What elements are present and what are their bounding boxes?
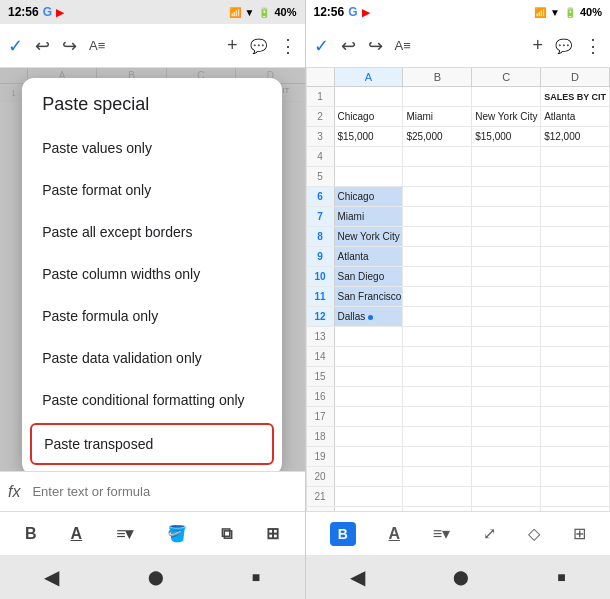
table-cell[interactable] <box>403 87 472 106</box>
table-cell[interactable] <box>403 407 472 426</box>
table-cell[interactable] <box>472 407 541 426</box>
underline-a-icon[interactable]: A <box>71 525 83 543</box>
formula-input[interactable] <box>32 484 296 499</box>
table-cell[interactable] <box>335 367 404 386</box>
table-cell[interactable] <box>472 367 541 386</box>
table-cell[interactable] <box>335 327 404 346</box>
paint-bucket-icon[interactable]: 🪣 <box>167 524 187 543</box>
paste-item-1[interactable]: Paste format only <box>22 169 282 211</box>
table-cell[interactable] <box>335 347 404 366</box>
table-cell[interactable] <box>472 187 541 206</box>
paste-item-7[interactable]: Paste transposed <box>30 423 274 465</box>
right-comment-icon[interactable]: 💬 <box>555 38 572 54</box>
paste-item-3[interactable]: Paste column widths only <box>22 253 282 295</box>
table-cell[interactable] <box>541 247 610 266</box>
undo-icon[interactable]: ↩ <box>35 35 50 57</box>
format-icon[interactable]: A≡ <box>89 38 105 53</box>
paste-item-5[interactable]: Paste data validation only <box>22 337 282 379</box>
table-cell[interactable] <box>541 187 610 206</box>
table-cell[interactable]: New York City <box>472 107 541 126</box>
table-cell[interactable] <box>541 227 610 246</box>
table-cell[interactable] <box>335 447 404 466</box>
table-cell[interactable] <box>335 387 404 406</box>
table-cell[interactable]: $25,000 <box>403 127 472 146</box>
redo-icon[interactable]: ↪ <box>62 35 77 57</box>
right-bold-button[interactable]: B <box>330 522 356 546</box>
right-redo-icon[interactable]: ↪ <box>368 35 383 57</box>
table-cell[interactable]: Miami <box>335 207 404 226</box>
table-cell[interactable] <box>403 327 472 346</box>
table-cell[interactable] <box>472 307 541 326</box>
table-cell[interactable]: Chicago <box>335 107 404 126</box>
table-cell[interactable] <box>403 147 472 166</box>
table-cell[interactable]: San Diego <box>335 267 404 286</box>
right-expand-icon[interactable]: ⤢ <box>483 524 496 543</box>
table-cell[interactable] <box>403 427 472 446</box>
right-check-icon[interactable]: ✓ <box>314 35 329 57</box>
table-cell[interactable] <box>472 287 541 306</box>
add-icon[interactable]: + <box>227 35 238 56</box>
table-cell[interactable] <box>472 447 541 466</box>
right-back-icon[interactable]: ◀ <box>350 565 365 589</box>
table-cell[interactable] <box>472 347 541 366</box>
table-cell[interactable] <box>541 167 610 186</box>
right-more-icon[interactable]: ⋮ <box>584 35 602 57</box>
table-cell[interactable]: SALES BY CIT <box>541 87 610 106</box>
table-cell[interactable] <box>403 447 472 466</box>
table-cell[interactable] <box>541 487 610 506</box>
table-cell[interactable] <box>541 387 610 406</box>
paste-item-4[interactable]: Paste formula only <box>22 295 282 337</box>
table-cell[interactable] <box>541 407 610 426</box>
table-cell[interactable] <box>472 167 541 186</box>
table-cell[interactable]: Dallas <box>335 307 404 326</box>
table-cell[interactable] <box>472 207 541 226</box>
table-cell[interactable] <box>403 207 472 226</box>
table-cell[interactable] <box>541 327 610 346</box>
table-cell[interactable]: $12,000 <box>541 127 610 146</box>
table-cell[interactable] <box>335 487 404 506</box>
table-cell[interactable]: Atlanta <box>335 247 404 266</box>
paste-item-6[interactable]: Paste conditional formatting only <box>22 379 282 421</box>
right-recents-icon[interactable]: ■ <box>557 569 565 585</box>
table-cell[interactable] <box>403 167 472 186</box>
right-align-icon[interactable]: ≡▾ <box>433 524 450 543</box>
table-cell[interactable]: $15,000 <box>472 127 541 146</box>
table-cell[interactable] <box>541 287 610 306</box>
home-icon[interactable]: ⬤ <box>148 569 164 585</box>
table-cell[interactable] <box>472 487 541 506</box>
table-cell[interactable] <box>335 407 404 426</box>
table-cell[interactable] <box>403 387 472 406</box>
table-cell[interactable] <box>335 427 404 446</box>
table-cell[interactable] <box>472 427 541 446</box>
table-cell[interactable] <box>403 307 472 326</box>
table-cell[interactable] <box>541 307 610 326</box>
recents-icon[interactable]: ■ <box>252 569 260 585</box>
table-cell[interactable] <box>541 367 610 386</box>
table-cell[interactable]: Chicago <box>335 187 404 206</box>
table-cell[interactable]: San Francisco <box>335 287 404 306</box>
table-cell[interactable] <box>541 347 610 366</box>
table-cell[interactable] <box>541 267 610 286</box>
table-cell[interactable] <box>335 147 404 166</box>
table-cell[interactable] <box>403 487 472 506</box>
table-cell[interactable] <box>541 427 610 446</box>
table-cell[interactable] <box>403 347 472 366</box>
table-cell[interactable] <box>403 227 472 246</box>
table-cell[interactable] <box>541 147 610 166</box>
table-cell[interactable] <box>472 147 541 166</box>
col-header-b[interactable]: B <box>403 68 472 86</box>
col-header-a[interactable]: A <box>335 68 404 86</box>
table-cell[interactable] <box>403 187 472 206</box>
table-cell[interactable] <box>335 467 404 486</box>
table-cell[interactable] <box>472 87 541 106</box>
right-home-icon[interactable]: ⬤ <box>453 569 469 585</box>
bold-icon[interactable]: B <box>25 525 37 543</box>
table-cell[interactable]: $15,000 <box>335 127 404 146</box>
table-cell[interactable] <box>472 327 541 346</box>
table-cell[interactable] <box>472 227 541 246</box>
more-icon[interactable]: ⋮ <box>279 35 297 57</box>
right-undo-icon[interactable]: ↩ <box>341 35 356 57</box>
right-underline-a-icon[interactable]: A <box>388 525 400 543</box>
table-cell[interactable] <box>472 467 541 486</box>
back-icon[interactable]: ◀ <box>44 565 59 589</box>
